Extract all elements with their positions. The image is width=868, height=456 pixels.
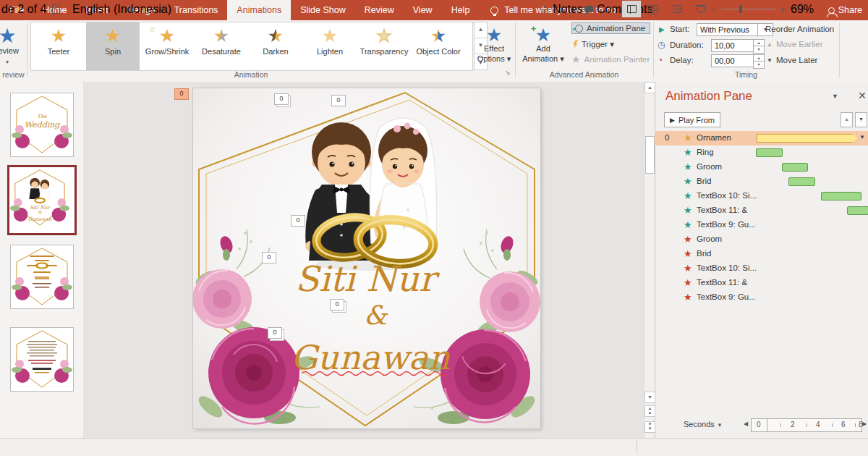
ribbon: ★ review ▼ review ★Teeter ★Spin ★☆Grow/S… <box>0 20 868 83</box>
preview-dropdown-icon[interactable]: ▼ <box>5 59 10 64</box>
reading-view-button[interactable] <box>668 1 686 17</box>
tab-view[interactable]: View <box>404 0 442 20</box>
zoom-out-button[interactable]: − <box>710 0 716 18</box>
slide-amp-text: & <box>364 300 388 330</box>
slide-canvas[interactable]: Siti Nur & Gunawan <box>193 88 540 428</box>
seconds-dropdown[interactable]: Seconds ▼ <box>684 420 723 428</box>
start-select[interactable]: With Previous <box>697 23 759 36</box>
animation-item-textbox10[interactable]: ★ TextBox 10: Si... <box>655 189 868 203</box>
scrollbar-thumb[interactable] <box>645 136 655 174</box>
next-slide-button[interactable]: ▼▼ <box>644 421 655 433</box>
animation-badge[interactable]: 0 <box>330 299 344 311</box>
effect-options-button[interactable]: ★ Effect Options ▾ <box>475 22 514 64</box>
item-dropdown-icon[interactable]: ▼ <box>859 134 865 140</box>
trigger-button[interactable]: Trigger ▾ <box>573 39 614 49</box>
duration-input[interactable]: 10,00 <box>711 39 756 52</box>
move-later-button[interactable]: ▼Move Later <box>767 56 817 64</box>
animation-item-ornamen[interactable]: 0 ★ Ornamen ▼ <box>655 131 868 145</box>
delay-label: Delay: <box>670 56 694 64</box>
timeline-scroll-left-icon[interactable]: ◀ <box>744 421 748 427</box>
gallery-item-object-color[interactable]: ★Object Color <box>412 22 465 70</box>
timeline-bar[interactable] <box>782 163 808 172</box>
animation-badge[interactable]: 0 <box>274 93 289 105</box>
gallery-item-lighten[interactable]: ★Lighten <box>303 22 357 70</box>
timeline-bar[interactable] <box>756 148 783 157</box>
animation-badge[interactable]: 0 <box>268 327 282 339</box>
add-animation-button[interactable]: ★+ Add Animation ▾ <box>522 22 564 64</box>
gallery-item-desaturate[interactable]: ★Desaturate <box>195 22 248 70</box>
dialog-launcher-icon[interactable]: ↘ <box>505 69 511 76</box>
pane-move-down-button[interactable]: ▼ <box>855 112 867 127</box>
gallery-item-spin[interactable]: ★Spin <box>86 22 140 70</box>
language-button[interactable]: English (Indonesia) <box>72 0 171 18</box>
animation-pane-button[interactable]: ◂ Animation Pane <box>571 22 650 34</box>
lightbulb-icon <box>490 7 498 14</box>
normal-view-button[interactable] <box>622 1 641 17</box>
animation-item-ring[interactable]: ★ Ring <box>655 145 868 160</box>
tab-review[interactable]: Review <box>355 0 404 20</box>
duration-down-button[interactable]: ▾ <box>753 46 765 54</box>
animation-item-textbox9-exit[interactable]: ★ TextBox 9: Gu... <box>655 290 868 305</box>
previous-slide-button[interactable]: ▲▲ <box>644 405 655 417</box>
slide-sorter-button[interactable] <box>642 1 661 17</box>
reading-view-icon <box>673 5 682 13</box>
animation-badge[interactable]: 0 <box>331 95 346 106</box>
delay-input[interactable]: 00,00 <box>711 54 756 67</box>
tab-transitions[interactable]: Transitions <box>165 0 228 20</box>
animation-item-textbox9[interactable]: ★ TextBox 9: Gu... <box>655 218 868 232</box>
zoom-slider-track[interactable] <box>721 9 776 9</box>
thumbnail-slide-2[interactable]: Siti Nur & Gunawan <box>7 165 77 235</box>
share-button[interactable]: Share <box>828 0 862 20</box>
zoom-slider-thumb[interactable] <box>739 5 742 13</box>
pane-menu-dropdown-icon[interactable]: ▼ <box>832 93 838 100</box>
pane-close-icon[interactable]: ✕ <box>858 90 867 101</box>
exit-star-icon: ★ <box>684 277 692 288</box>
delay-down-button[interactable]: ▾ <box>753 61 765 69</box>
gallery-item-transparency[interactable]: ★Transparency <box>357 22 411 70</box>
pane-move-up-button[interactable]: ▲ <box>841 112 853 127</box>
scroll-up-button[interactable]: ▲ <box>644 82 655 93</box>
timeline-bar[interactable] <box>821 192 861 200</box>
animation-painter-button[interactable]: ★ Animation Painter <box>571 54 650 64</box>
animation-item-brid[interactable]: ★ Brid <box>655 174 868 189</box>
slideshow-button[interactable] <box>691 1 710 17</box>
tab-animations[interactable]: Animations <box>227 0 291 20</box>
gallery-item-darken[interactable]: ★Darken <box>249 22 302 70</box>
animation-item-groom-exit[interactable]: ★ Groom <box>655 232 868 247</box>
thumbnail-slide-1[interactable]: The Wedding <box>10 93 74 157</box>
timeline-bar[interactable] <box>757 134 858 143</box>
scroll-down-button[interactable]: ▼ <box>644 392 655 403</box>
timeline-scroll-right-icon[interactable]: ▶ <box>862 421 867 427</box>
animation-pane-button-label: Animation Pane <box>587 24 645 33</box>
thumbnail-slide-4[interactable] <box>10 327 74 392</box>
timeline-bar[interactable] <box>847 206 868 215</box>
animation-item-groom[interactable]: ★ Groom <box>655 160 868 174</box>
tab-help[interactable]: Help <box>442 0 480 20</box>
animation-badge[interactable]: 0 <box>291 215 305 227</box>
animation-badge-selected[interactable]: 0 <box>174 88 189 100</box>
play-from-button[interactable]: ▶ Play From <box>664 112 720 127</box>
editor-scrollbar[interactable] <box>644 82 655 438</box>
animation-badge[interactable]: 0 <box>262 252 276 263</box>
preview-label: review <box>0 46 19 55</box>
effect-options-star-icon: ★ <box>486 26 502 44</box>
seconds-label: Seconds <box>684 420 715 428</box>
animation-item-brid-exit[interactable]: ★ Brid <box>655 247 868 261</box>
preview-button[interactable]: ★ review ▼ <box>0 22 25 67</box>
animation-item-textbox10-exit[interactable]: ★ TextBox 10: Si... <box>655 261 868 276</box>
move-earlier-button[interactable]: ▲Move Earlier <box>767 40 822 48</box>
proofing-button[interactable]: ✓ <box>52 0 60 18</box>
timeline-bar[interactable] <box>788 177 815 186</box>
tab-slide-show[interactable]: Slide Show <box>291 0 355 20</box>
zoom-level[interactable]: 69% <box>791 0 814 18</box>
gallery-item-teeter[interactable]: ★Teeter <box>32 22 85 70</box>
entrance-star-icon: ★ <box>684 219 692 230</box>
thumbnail-slide-3[interactable] <box>10 245 74 309</box>
animation-item-textbox11[interactable]: ★ TextBox 11: & <box>655 203 868 218</box>
slide-name1-text: Siti Nur <box>295 258 441 299</box>
notes-button[interactable]: ▲ Notes <box>541 0 583 18</box>
effect-options-label2: Options ▾ <box>477 54 511 63</box>
gallery-item-grow-shrink[interactable]: ★☆Grow/Shrink <box>140 22 194 70</box>
animation-item-textbox11-exit[interactable]: ★ TextBox 11: & <box>655 276 868 290</box>
zoom-in-button[interactable]: + <box>780 0 786 18</box>
